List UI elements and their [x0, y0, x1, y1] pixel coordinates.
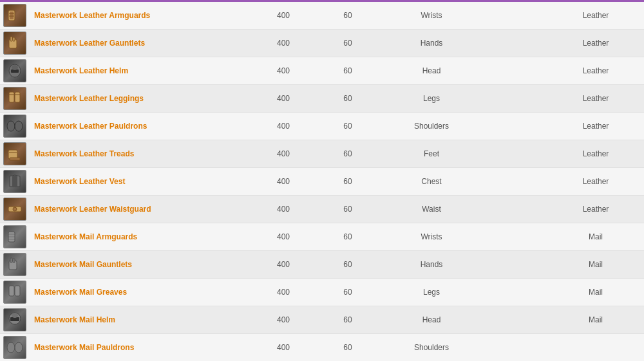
item-name-link[interactable]: Masterwork Leather Treads [34, 149, 134, 158]
item-type: Mail [547, 232, 644, 241]
item-val1: 400 [251, 66, 316, 75]
item-val2: 60 [316, 122, 380, 131]
item-name-link[interactable]: Masterwork Mail Pauldrons [34, 343, 134, 352]
item-name-link[interactable]: Masterwork Leather Vest [34, 177, 125, 186]
item-type: Leather [547, 39, 644, 48]
item-slot: Chest [380, 177, 483, 186]
item-icon-col [0, 279, 29, 305]
item-icon [3, 253, 26, 276]
items-table: Masterwork Leather Armguards 400 60 Wris… [0, 2, 644, 361]
svg-point-33 [7, 342, 15, 353]
item-name-link[interactable]: Masterwork Leather Gauntlets [34, 39, 145, 48]
svg-rect-5 [10, 37, 12, 41]
item-val1: 400 [251, 39, 316, 48]
item-val1: 400 [251, 149, 316, 158]
item-name-col: Masterwork Leather Pauldrons [29, 122, 251, 131]
item-val2: 60 [316, 343, 380, 352]
item-name-col: Masterwork Mail Armguards [29, 232, 251, 241]
item-icon [3, 225, 26, 248]
item-slot: Waist [380, 205, 483, 214]
item-val1: 400 [251, 232, 316, 241]
item-val2: 60 [316, 288, 380, 297]
item-icon-col [0, 307, 29, 333]
item-val1: 400 [251, 177, 316, 186]
item-icon-col [0, 58, 29, 84]
item-name-col: Masterwork Leather Treads [29, 149, 251, 158]
item-val1: 400 [251, 343, 316, 352]
item-slot: Shoulders [380, 122, 483, 131]
item-icon [3, 281, 26, 304]
table-row: Masterwork Leather Leggings 400 60 Legs … [0, 85, 644, 113]
item-name-link[interactable]: Masterwork Leather Waistguard [34, 205, 151, 214]
svg-rect-17 [10, 158, 20, 160]
item-name-link[interactable]: Masterwork Mail Helm [34, 315, 115, 324]
item-val1: 400 [251, 11, 316, 20]
item-type: Leather [547, 149, 644, 158]
item-name-link[interactable]: Masterwork Leather Pauldrons [34, 122, 147, 131]
item-icon-col [0, 252, 29, 277]
item-slot: Feet [380, 149, 483, 158]
item-icon-col [0, 141, 29, 167]
item-name-link[interactable]: Masterwork Mail Armguards [34, 232, 137, 241]
item-type: Leather [547, 66, 644, 75]
item-slot: Legs [380, 288, 483, 297]
item-type: Leather [547, 11, 644, 20]
item-val1: 400 [251, 260, 316, 269]
item-type: Mail [547, 288, 644, 297]
svg-rect-11 [15, 92, 20, 102]
item-type: Leather [547, 205, 644, 214]
item-val2: 60 [316, 39, 380, 48]
item-slot: Wrists [380, 11, 483, 20]
table-row: Masterwork Leather Vest 400 60 Chest Lea… [0, 168, 644, 196]
item-type: Leather [547, 122, 644, 131]
svg-point-9 [12, 65, 18, 70]
item-icon [3, 198, 26, 221]
svg-rect-27 [13, 259, 15, 263]
item-slot: Shoulders [380, 343, 483, 352]
item-icon-col [0, 30, 29, 56]
item-name-link[interactable]: Masterwork Leather Armguards [34, 11, 150, 20]
item-icon [3, 170, 26, 193]
item-val1: 400 [251, 315, 316, 324]
item-val2: 60 [316, 232, 380, 241]
item-name-link[interactable]: Masterwork Mail Greaves [34, 288, 127, 297]
svg-rect-29 [15, 286, 20, 296]
item-icon [3, 87, 26, 110]
item-name-col: Masterwork Leather Helm [29, 66, 251, 75]
item-name-link[interactable]: Masterwork Mail Gauntlets [34, 260, 132, 269]
item-val2: 60 [316, 11, 380, 20]
item-name-link[interactable]: Masterwork Leather Helm [34, 66, 128, 75]
item-type: Mail [547, 260, 644, 269]
item-name-col: Masterwork Leather Waistguard [29, 205, 251, 214]
item-type: Mail [547, 315, 644, 324]
item-icon-col [0, 196, 29, 222]
item-val2: 60 [316, 94, 380, 103]
table-row: Masterwork Mail Armguards 400 60 Wrists … [0, 223, 644, 251]
item-slot: Head [380, 315, 483, 324]
svg-point-32 [12, 313, 18, 318]
table-row: Masterwork Mail Greaves 400 60 Legs Mail [0, 279, 644, 306]
svg-point-14 [7, 121, 15, 131]
item-icon-col [0, 113, 29, 139]
item-val2: 60 [316, 66, 380, 75]
svg-point-15 [15, 121, 23, 131]
item-icon-col [0, 224, 29, 250]
item-icon [3, 142, 26, 165]
item-slot: Legs [380, 94, 483, 103]
item-val1: 400 [251, 288, 316, 297]
table-row: Masterwork Leather Treads 400 60 Feet Le… [0, 140, 644, 168]
item-icon-col [0, 86, 29, 111]
table-row: Masterwork Leather Helm 400 60 Head Leat… [0, 57, 644, 85]
item-type: Leather [547, 177, 644, 186]
item-name-link[interactable]: Masterwork Leather Leggings [34, 94, 144, 103]
table-row: Masterwork Leather Gauntlets 400 60 Hand… [0, 30, 644, 57]
item-val2: 60 [316, 315, 380, 324]
item-name-col: Masterwork Leather Gauntlets [29, 39, 251, 48]
svg-rect-26 [10, 258, 12, 263]
table-row: Masterwork Mail Pauldrons 400 60 Shoulde… [0, 334, 644, 361]
item-icon [3, 336, 26, 359]
item-name-col: Masterwork Mail Gauntlets [29, 260, 251, 269]
item-name-col: Masterwork Mail Pauldrons [29, 343, 251, 352]
item-slot: Hands [380, 260, 483, 269]
item-icon-col [0, 3, 29, 28]
